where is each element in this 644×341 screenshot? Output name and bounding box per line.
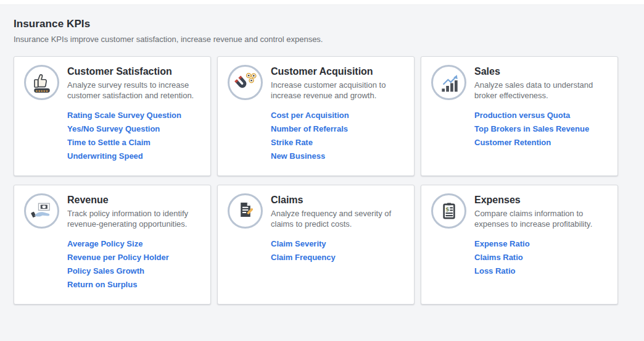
kpi-link-expense-ratio[interactable]: Expense Ratio — [474, 240, 530, 248]
insurance-kpis-page: Insurance KPIs Insurance KPIs improve cu… — [0, 5, 644, 305]
page-title: Insurance KPIs — [14, 18, 630, 30]
kpi-card-sales: Sales Analyze sales data to understand b… — [421, 56, 618, 176]
card-links: Claim Severity Claim Frequency — [271, 240, 404, 261]
kpi-card-expenses: $ Expenses Compare claims information to… — [421, 185, 618, 305]
kpi-link-return-on-surplus[interactable]: Return on Surplus — [67, 280, 137, 288]
card-links: Average Policy Size Revenue per Policy H… — [67, 240, 200, 288]
kpi-link-revenue-per-policy-holder[interactable]: Revenue per Policy Holder — [67, 253, 169, 261]
svg-text:$: $ — [445, 206, 450, 213]
kpi-link-cost-per-acquisition[interactable]: Cost per Acquisition — [271, 111, 349, 119]
card-links: Expense Ratio Claims Ratio Loss Ratio — [474, 240, 608, 275]
card-description: Analyze survey results to increase custo… — [67, 80, 200, 101]
kpi-link-rating-scale-survey-question[interactable]: Rating Scale Survey Question — [67, 111, 181, 119]
card-description: Compare claims information to expenses t… — [474, 208, 608, 229]
card-links: Production versus Quota Top Brokers in S… — [474, 111, 608, 146]
card-description: Increase customer acquisition to increas… — [271, 80, 404, 101]
thumbs-up-rating-icon: ★★★★★ — [24, 65, 59, 100]
kpi-card-customer-satisfaction: ★★★★★ Customer Satisfaction Analyze surv… — [14, 56, 211, 176]
card-title: Expenses — [474, 193, 608, 206]
kpi-link-average-policy-size[interactable]: Average Policy Size — [67, 240, 142, 248]
card-description: Analyze sales data to understand broker … — [474, 80, 608, 101]
card-links: Rating Scale Survey Question Yes/No Surv… — [67, 111, 200, 160]
magnet-icon — [228, 65, 263, 100]
card-description: Analyze frequency and severity of claims… — [271, 208, 404, 229]
card-links: Cost per Acquisition Number of Referrals… — [271, 111, 404, 160]
kpi-link-top-brokers-in-sales-revenue[interactable]: Top Brokers in Sales Revenue — [474, 125, 589, 133]
kpi-card-revenue: Revenue Track policy information to iden… — [14, 185, 211, 305]
kpi-link-new-business[interactable]: New Business — [271, 152, 325, 160]
kpi-card-claims: Claims Analyze frequency and severity of… — [217, 185, 415, 305]
kpi-link-customer-retention[interactable]: Customer Retention — [474, 138, 551, 146]
kpi-link-yes-no-survey-question[interactable]: Yes/No Survey Question — [67, 125, 160, 133]
card-title: Claims — [271, 193, 404, 206]
kpi-link-claim-frequency[interactable]: Claim Frequency — [271, 253, 336, 261]
top-divider-strip — [0, 0, 644, 5]
kpi-link-number-of-referrals[interactable]: Number of Referrals — [271, 125, 348, 133]
kpi-link-underwriting-speed[interactable]: Underwriting Speed — [67, 152, 143, 160]
document-pencil-icon — [228, 193, 263, 229]
bar-chart-growth-icon — [431, 65, 466, 100]
kpi-link-strike-rate[interactable]: Strike Rate — [271, 138, 313, 146]
card-title: Customer Satisfaction — [67, 65, 200, 78]
hand-money-icon — [24, 193, 59, 229]
svg-text:★★★★★: ★★★★★ — [35, 88, 48, 92]
kpi-link-loss-ratio[interactable]: Loss Ratio — [474, 267, 515, 275]
card-title: Sales — [474, 65, 608, 78]
kpi-cards-grid: ★★★★★ Customer Satisfaction Analyze surv… — [14, 56, 630, 305]
kpi-card-customer-acquisition: Customer Acquisition Increase customer a… — [217, 56, 415, 176]
kpi-link-policy-sales-growth[interactable]: Policy Sales Growth — [67, 267, 144, 275]
kpi-link-time-to-settle-a-claim[interactable]: Time to Settle a Claim — [67, 138, 151, 146]
kpi-link-claim-severity[interactable]: Claim Severity — [271, 240, 326, 248]
invoice-clipboard-icon: $ — [431, 193, 466, 229]
page-subtitle: Insurance KPIs improve customer satisfac… — [14, 35, 630, 44]
kpi-link-production-versus-quota[interactable]: Production versus Quota — [474, 111, 570, 119]
card-title: Customer Acquisition — [271, 65, 404, 78]
kpi-link-claims-ratio[interactable]: Claims Ratio — [474, 253, 523, 261]
card-title: Revenue — [67, 193, 200, 206]
card-description: Track policy information to identify rev… — [67, 208, 200, 229]
